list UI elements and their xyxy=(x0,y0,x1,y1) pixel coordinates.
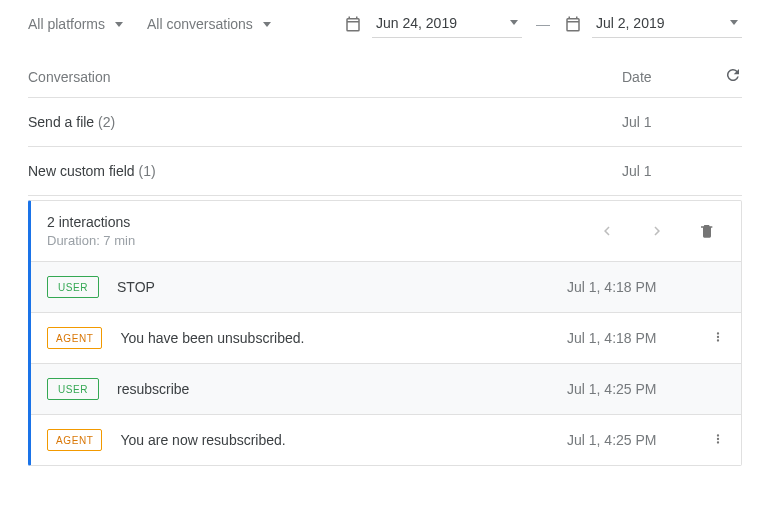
message-text: resubscribe xyxy=(117,381,549,397)
range-separator: — xyxy=(532,16,554,32)
platform-filter-label: All platforms xyxy=(28,16,105,32)
trash-icon xyxy=(699,222,715,240)
conversation-panel: 2 interactions Duration: 7 min USERSTOPJ… xyxy=(28,200,742,466)
refresh-button[interactable] xyxy=(702,66,742,87)
caret-down-icon xyxy=(115,22,123,27)
panel-delete-button[interactable] xyxy=(689,213,725,249)
message-text: You are now resubscribed. xyxy=(120,432,549,448)
conversation-filter-label: All conversations xyxy=(147,16,253,32)
filters-bar: All platforms All conversations Jun 24, … xyxy=(0,0,770,48)
header-date: Date xyxy=(622,69,702,85)
table-row[interactable]: New custom field (1)Jul 1 xyxy=(0,147,770,195)
row-title: New custom field (1) xyxy=(28,163,622,179)
messages-container: USERSTOPJul 1, 4:18 PMAGENTYou have been… xyxy=(31,261,741,465)
role-badge: AGENT xyxy=(47,429,102,451)
role-badge: USER xyxy=(47,276,99,298)
message-text: STOP xyxy=(117,279,549,295)
panel-header: 2 interactions Duration: 7 min xyxy=(31,201,741,261)
row-title: Send a file (2) xyxy=(28,114,622,130)
message-row: USERresubscribeJul 1, 4:25 PM xyxy=(31,363,741,414)
date-start-picker[interactable]: Jun 24, 2019 xyxy=(372,11,522,38)
table-header: Conversation Date xyxy=(0,48,770,97)
row-count: (1) xyxy=(138,163,155,179)
message-time: Jul 1, 4:25 PM xyxy=(567,432,677,448)
caret-down-icon xyxy=(263,22,271,27)
kebab-icon xyxy=(711,330,725,344)
chevron-left-icon xyxy=(598,222,616,240)
date-end-label: Jul 2, 2019 xyxy=(596,15,720,31)
role-badge: USER xyxy=(47,378,99,400)
table-row[interactable]: Send a file (2)Jul 1 xyxy=(0,98,770,146)
message-menu-button[interactable] xyxy=(695,330,725,347)
panel-prev-button[interactable] xyxy=(589,213,625,249)
calendar-icon xyxy=(344,15,362,33)
header-conversation: Conversation xyxy=(28,69,622,85)
refresh-icon xyxy=(724,66,742,84)
date-range: Jun 24, 2019 — Jul 2, 2019 xyxy=(344,11,742,38)
message-time: Jul 1, 4:25 PM xyxy=(567,381,677,397)
caret-down-icon xyxy=(510,20,518,25)
calendar-icon xyxy=(564,15,582,33)
message-time: Jul 1, 4:18 PM xyxy=(567,279,677,295)
message-time: Jul 1, 4:18 PM xyxy=(567,330,677,346)
panel-next-button[interactable] xyxy=(639,213,675,249)
row-count: (2) xyxy=(98,114,115,130)
panel-info: 2 interactions Duration: 7 min xyxy=(47,214,575,248)
panel-duration: Duration: 7 min xyxy=(47,233,575,248)
row-date: Jul 1 xyxy=(622,163,702,179)
role-badge: AGENT xyxy=(47,327,102,349)
date-end-picker[interactable]: Jul 2, 2019 xyxy=(592,11,742,38)
message-row: AGENTYou have been unsubscribed.Jul 1, 4… xyxy=(31,312,741,363)
date-start-label: Jun 24, 2019 xyxy=(376,15,500,31)
rows-container: Send a file (2)Jul 1New custom field (1)… xyxy=(0,98,770,196)
conversation-filter[interactable]: All conversations xyxy=(147,16,271,32)
message-row: AGENTYou are now resubscribed.Jul 1, 4:2… xyxy=(31,414,741,465)
platform-filter[interactable]: All platforms xyxy=(28,16,123,32)
message-text: You have been unsubscribed. xyxy=(120,330,549,346)
row-date: Jul 1 xyxy=(622,114,702,130)
kebab-icon xyxy=(711,432,725,446)
message-row: USERSTOPJul 1, 4:18 PM xyxy=(31,261,741,312)
caret-down-icon xyxy=(730,20,738,25)
chevron-right-icon xyxy=(648,222,666,240)
message-menu-button[interactable] xyxy=(695,432,725,449)
panel-interactions: 2 interactions xyxy=(47,214,575,230)
divider xyxy=(28,195,742,196)
